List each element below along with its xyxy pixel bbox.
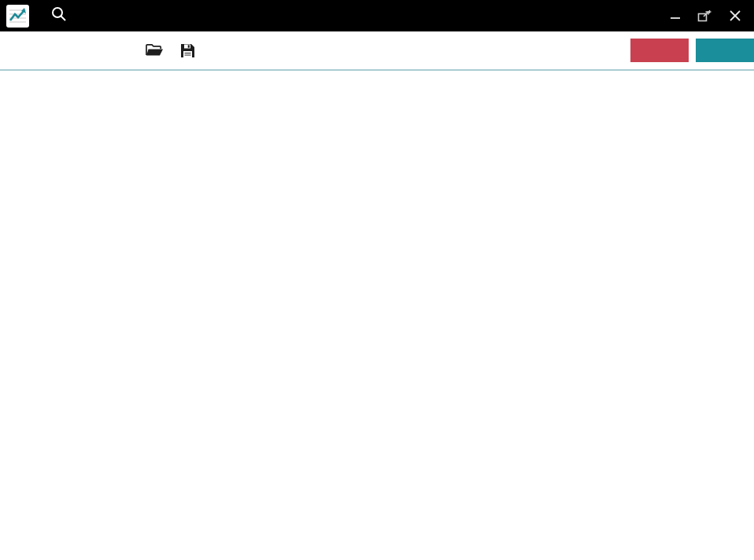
popout-button[interactable]	[697, 9, 712, 23]
search-icon[interactable]	[50, 6, 68, 26]
ask-price-badge	[696, 39, 754, 62]
toolbar	[0, 31, 754, 71]
bid-price-badge	[630, 39, 689, 62]
close-button[interactable]	[729, 9, 741, 22]
open-folder-icon[interactable]	[145, 42, 164, 58]
app-logo-icon	[6, 5, 29, 28]
save-icon[interactable]	[179, 42, 196, 59]
title-bar	[0, 0, 754, 31]
chart-canvas[interactable]	[0, 0, 754, 560]
minimize-button[interactable]	[670, 10, 681, 21]
